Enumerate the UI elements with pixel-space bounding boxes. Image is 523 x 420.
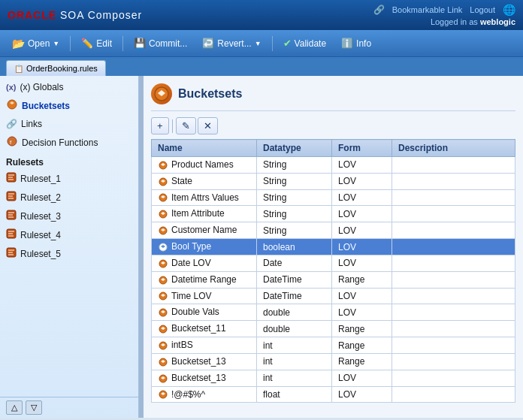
content-area: Bucketsets + ✎ ✕ Name Datatype Form Desc… [144,76,523,418]
cell-datatype: String [257,222,332,239]
revert-button[interactable]: ↩️ Revert... ▼ [196,35,267,52]
cell-form: Range [332,271,392,288]
globals-icon: (x) [6,83,16,92]
cell-description [392,239,515,255]
cell-description [392,370,515,386]
tab-bar: 📋 OrderBooking.rules [0,57,523,76]
action-sep-1 [172,119,173,133]
open-label: Open [28,38,50,49]
sidebar-item-links[interactable]: 🔗 Links [0,116,138,132]
bucketsets-table: Name Datatype Form Description Product N… [151,139,515,403]
ruleset-icon-3 [6,210,17,222]
table-row[interactable]: !@#$%^floatLOV [152,386,515,403]
table-row[interactable]: Bucketset_13intRange [152,353,515,370]
cell-name: Bucketset_13 [152,370,257,386]
bucketsets-icon [6,98,18,113]
cell-name: Double Vals [152,304,257,321]
toolbar-sep-2 [122,36,123,51]
sidebar-item-globals[interactable]: (x) (x) Globals [0,79,138,95]
table-row[interactable]: Time LOVDateTimeLOV [152,288,515,304]
tab-orderbooking[interactable]: 📋 OrderBooking.rules [6,60,106,76]
cell-name: State [152,173,257,189]
table-row[interactable]: Bool TypebooleanLOV [152,239,515,255]
open-dropdown-icon: ▼ [53,40,59,47]
open-button[interactable]: 📂 Open ▼ [6,35,65,53]
cell-form: Range [332,321,392,337]
col-header-form: Form [332,140,392,157]
cell-form: LOV [332,173,392,189]
cell-form: LOV [332,304,392,321]
cell-form: LOV [332,288,392,304]
table-row[interactable]: Product NamesStringLOV [152,157,515,174]
cell-datatype: Date [257,255,332,271]
cell-description [392,386,515,403]
commit-label: Commit... [149,38,187,49]
cell-name: Bucketset_11 [152,321,257,337]
cell-datatype: boolean [257,239,332,255]
sidebar-down-button[interactable]: ▽ [26,400,42,415]
table-row[interactable]: Item Attrs ValuesStringLOV [152,189,515,206]
edit-button[interactable]: ✏️ Edit [75,35,118,52]
validate-button[interactable]: ✔ Validate [277,35,332,52]
ruleset-5-label: Ruleset_5 [20,249,61,259]
delete-row-button[interactable]: ✕ [198,117,218,134]
cell-name: Item Attribute [152,206,257,222]
sidebar-item-ruleset-4[interactable]: Ruleset_4 [0,225,138,244]
cell-name: Item Attrs Values [152,189,257,206]
sidebar-item-bucketsets[interactable]: Bucketsets [0,95,138,116]
table-row[interactable]: Double ValsdoubleLOV [152,304,515,321]
header-links: 🔗 Bookmarkable Link Logout 🌐 [373,4,515,16]
add-button[interactable]: + [151,117,169,134]
sidebar-item-ruleset-3[interactable]: Ruleset_3 [0,207,138,225]
bookmarkable-link[interactable]: Bookmarkable Link [392,5,463,14]
edit-label: Edit [96,38,112,49]
sidebar-item-ruleset-2[interactable]: Ruleset_2 [0,188,138,207]
table-row[interactable]: Datetime RangeDateTimeRange [152,271,515,288]
ruleset-4-label: Ruleset_4 [20,230,61,240]
cell-description [392,206,515,222]
cell-name: Bucketset_13 [152,353,257,370]
sidebar-item-ruleset-1[interactable]: Ruleset_1 [0,169,138,188]
table-row[interactable]: intBSintRange [152,337,515,354]
tab-label: OrderBooking.rules [26,64,98,73]
globals-label: (x) Globals [20,82,63,92]
rulesets-section-header: Rulesets [0,153,138,169]
toolbar-sep-3 [272,36,273,51]
content-header: Bucketsets [151,83,515,111]
sidebar-item-decision-functions[interactable]: f Decision Functions [0,132,138,153]
links-icon: 🔗 [6,119,17,129]
cell-name: !@#$%^ [152,386,257,403]
table-row[interactable]: Bucketset_13intLOV [152,370,515,386]
sidebar: (x) (x) Globals Bucketsets 🔗 Links f Dec… [0,76,139,418]
ruleset-icon-5 [6,247,17,260]
edit-row-button[interactable]: ✎ [176,117,196,134]
cell-form: Range [332,337,392,354]
cell-form: LOV [332,157,392,174]
sidebar-item-ruleset-5[interactable]: Ruleset_5 [0,244,138,263]
cell-form: Range [332,353,392,370]
info-button[interactable]: ℹ️ Info [335,35,377,52]
table-row[interactable]: StateStringLOV [152,173,515,189]
commit-button[interactable]: 💾 Commit... [128,35,193,52]
cell-description [392,321,515,337]
info-label: Info [356,38,371,49]
table-row[interactable]: Customer NameStringLOV [152,222,515,239]
ruleset-1-label: Ruleset_1 [20,174,61,184]
ruleset-3-label: Ruleset_3 [20,211,61,222]
cell-form: LOV [332,370,392,386]
table-row[interactable]: Item AttributeStringLOV [152,206,515,222]
table-row[interactable]: Bucketset_11doubleRange [152,321,515,337]
bucketsets-label: Bucketsets [22,101,70,111]
table-row[interactable]: Date LOVDateLOV [152,255,515,271]
sidebar-up-button[interactable]: △ [6,400,23,415]
ruleset-2-label: Ruleset_2 [20,192,61,203]
app-header: ORACLE SOA Composer 🔗 Bookmarkable Link … [0,0,523,30]
main-toolbar: 📂 Open ▼ ✏️ Edit 💾 Commit... ↩️ Revert..… [0,30,523,57]
cell-form: LOV [332,189,392,206]
oracle-logo: ORACLE SOA Composer [8,9,142,21]
username: weblogic [480,17,515,26]
ruleset-icon-4 [6,228,17,241]
toolbar-sep-1 [70,36,71,51]
col-header-description: Description [392,140,515,157]
logout-link[interactable]: Logout [470,5,495,14]
